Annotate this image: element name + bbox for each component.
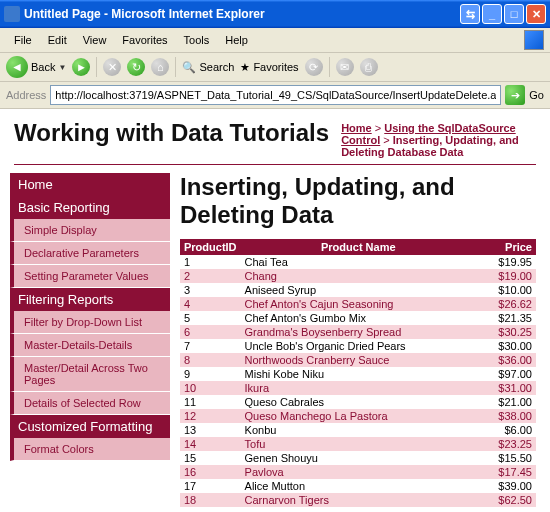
- separator: [329, 57, 330, 77]
- search-label: Search: [199, 61, 234, 73]
- cell-name: Mishi Kobe Niku: [241, 367, 476, 381]
- cell-price: $10.00: [476, 283, 536, 297]
- favorites-button[interactable]: ★ Favorites: [240, 61, 298, 74]
- stop-button[interactable]: ✕: [103, 58, 121, 76]
- favorites-label: Favorites: [253, 61, 298, 73]
- forward-button[interactable]: ►: [72, 58, 90, 76]
- cell-name: Aniseed Syrup: [241, 283, 476, 297]
- sidebar-item[interactable]: Simple Display: [10, 219, 170, 242]
- breadcrumb-home[interactable]: Home: [341, 122, 372, 134]
- window-title: Untitled Page - Microsoft Internet Explo…: [24, 7, 460, 21]
- search-button[interactable]: 🔍 Search: [182, 61, 234, 74]
- cell-price: $62.50: [476, 493, 536, 507]
- sidebar-item[interactable]: Master/Detail Across Two Pages: [10, 357, 170, 392]
- menu-view[interactable]: View: [75, 32, 115, 48]
- back-button[interactable]: ◄ Back ▼: [6, 56, 66, 78]
- sidebar-item[interactable]: Format Colors: [10, 438, 170, 461]
- table-row: 4Chef Anton's Cajun Seasoning$26.62: [180, 297, 536, 311]
- cell-name: Queso Cabrales: [241, 395, 476, 409]
- sidebar-heading[interactable]: Customized Formatting: [10, 415, 170, 438]
- address-bar: Address ➔ Go: [0, 82, 550, 109]
- cell-price: $6.00: [476, 423, 536, 437]
- cell-id: 2: [180, 269, 241, 283]
- cell-name: Ikura: [241, 381, 476, 395]
- cell-name: Tofu: [241, 437, 476, 451]
- section-title: Inserting, Updating, and Deleting Data: [180, 173, 536, 229]
- table-row: 1Chai Tea$19.95: [180, 255, 536, 269]
- back-label: Back: [31, 61, 55, 73]
- go-label: Go: [529, 89, 544, 101]
- cell-name: Uncle Bob's Organic Dried Pears: [241, 339, 476, 353]
- menu-file[interactable]: File: [6, 32, 40, 48]
- cell-name: Northwoods Cranberry Sauce: [241, 353, 476, 367]
- main-panel: Inserting, Updating, and Deleting Data P…: [180, 173, 536, 507]
- address-input[interactable]: [50, 85, 501, 105]
- menu-edit[interactable]: Edit: [40, 32, 75, 48]
- col-price[interactable]: Price: [476, 239, 536, 255]
- table-row: 9Mishi Kobe Niku$97.00: [180, 367, 536, 381]
- sidebar-item[interactable]: Details of Selected Row: [10, 392, 170, 415]
- sidebar-item[interactable]: Setting Parameter Values: [10, 265, 170, 288]
- sidebar-item[interactable]: Declarative Parameters: [10, 242, 170, 265]
- col-productid[interactable]: ProductID: [180, 239, 241, 255]
- go-button[interactable]: ➔: [505, 85, 525, 105]
- col-productname[interactable]: Product Name: [241, 239, 476, 255]
- content-area: Working with Data Tutorials Home > Using…: [0, 109, 550, 512]
- cell-name: Chef Anton's Gumbo Mix: [241, 311, 476, 325]
- breadcrumb: Home > Using the SqlDataSource Control >…: [341, 122, 536, 158]
- mail-button[interactable]: ✉: [336, 58, 354, 76]
- cell-price: $19.95: [476, 255, 536, 269]
- cell-name: Chang: [241, 269, 476, 283]
- cell-name: Carnarvon Tigers: [241, 493, 476, 507]
- table-row: 6Grandma's Boysenberry Spread$30.25: [180, 325, 536, 339]
- menubar: File Edit View Favorites Tools Help: [0, 28, 550, 53]
- cell-id: 1: [180, 255, 241, 269]
- products-table: ProductID Product Name Price 1Chai Tea$1…: [180, 239, 536, 507]
- table-row: 3Aniseed Syrup$10.00: [180, 283, 536, 297]
- sync-button[interactable]: ⇆: [460, 4, 480, 24]
- address-label: Address: [6, 89, 46, 101]
- cell-id: 9: [180, 367, 241, 381]
- cell-price: $39.00: [476, 479, 536, 493]
- menu-favorites[interactable]: Favorites: [114, 32, 175, 48]
- cell-id: 6: [180, 325, 241, 339]
- cell-price: $17.45: [476, 465, 536, 479]
- cell-price: $30.25: [476, 325, 536, 339]
- sidebar-heading[interactable]: Filtering Reports: [10, 288, 170, 311]
- cell-price: $30.00: [476, 339, 536, 353]
- table-row: 12Queso Manchego La Pastora$38.00: [180, 409, 536, 423]
- cell-price: $36.00: [476, 353, 536, 367]
- table-row: 2Chang$19.00: [180, 269, 536, 283]
- chevron-down-icon[interactable]: ▼: [58, 63, 66, 72]
- sidebar-item[interactable]: Filter by Drop-Down List: [10, 311, 170, 334]
- ie-icon: [4, 6, 20, 22]
- print-button[interactable]: ⎙: [360, 58, 378, 76]
- cell-id: 4: [180, 297, 241, 311]
- maximize-button[interactable]: □: [504, 4, 524, 24]
- home-button[interactable]: ⌂: [151, 58, 169, 76]
- cell-price: $19.00: [476, 269, 536, 283]
- close-button[interactable]: ✕: [526, 4, 546, 24]
- sidebar-item[interactable]: Master-Details-Details: [10, 334, 170, 357]
- page-title: Working with Data Tutorials: [14, 119, 329, 147]
- sidebar-heading[interactable]: Home: [10, 173, 170, 196]
- table-row: 14Tofu$23.25: [180, 437, 536, 451]
- cell-price: $31.00: [476, 381, 536, 395]
- cell-id: 18: [180, 493, 241, 507]
- menu-help[interactable]: Help: [217, 32, 256, 48]
- cell-id: 14: [180, 437, 241, 451]
- cell-id: 3: [180, 283, 241, 297]
- cell-name: Chef Anton's Cajun Seasoning: [241, 297, 476, 311]
- cell-id: 10: [180, 381, 241, 395]
- minimize-button[interactable]: _: [482, 4, 502, 24]
- menu-tools[interactable]: Tools: [176, 32, 218, 48]
- sidebar-heading[interactable]: Basic Reporting: [10, 196, 170, 219]
- window-buttons: ⇆ _ □ ✕: [460, 4, 546, 24]
- refresh-button[interactable]: ↻: [127, 58, 145, 76]
- history-button[interactable]: ⟳: [305, 58, 323, 76]
- table-row: 18Carnarvon Tigers$62.50: [180, 493, 536, 507]
- cell-id: 17: [180, 479, 241, 493]
- cell-price: $38.00: [476, 409, 536, 423]
- table-row: 13Konbu$6.00: [180, 423, 536, 437]
- cell-price: $21.35: [476, 311, 536, 325]
